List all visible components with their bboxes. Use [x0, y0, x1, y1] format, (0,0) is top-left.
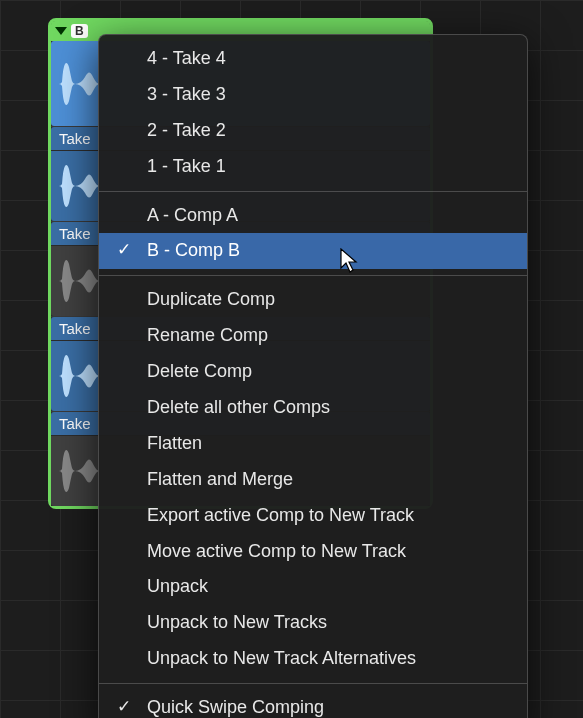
- menu-item-take[interactable]: 1 - Take 1: [99, 149, 527, 185]
- comp-badge: B: [71, 24, 88, 38]
- menu-section-actions: Duplicate CompRename CompDelete CompDele…: [99, 282, 527, 677]
- comp-context-menu: 4 - Take 43 - Take 32 - Take 21 - Take 1…: [98, 34, 528, 718]
- menu-item-toggle[interactable]: Quick Swipe Comping: [99, 690, 527, 718]
- menu-section-takes: 4 - Take 43 - Take 32 - Take 21 - Take 1: [99, 41, 527, 185]
- menu-item-action[interactable]: Move active Comp to New Track: [99, 534, 527, 570]
- menu-separator: [99, 275, 527, 276]
- menu-item-take[interactable]: 4 - Take 4: [99, 41, 527, 77]
- menu-item-take[interactable]: 3 - Take 3: [99, 77, 527, 113]
- menu-section-footer: Quick Swipe Comping: [99, 690, 527, 718]
- disclosure-triangle-icon[interactable]: [55, 27, 67, 35]
- menu-item-comp[interactable]: A - Comp A: [99, 198, 527, 234]
- menu-item-action[interactable]: Delete Comp: [99, 354, 527, 390]
- menu-item-action[interactable]: Export active Comp to New Track: [99, 498, 527, 534]
- menu-separator: [99, 683, 527, 684]
- menu-item-action[interactable]: Unpack to New Track Alternatives: [99, 641, 527, 677]
- menu-item-action[interactable]: Duplicate Comp: [99, 282, 527, 318]
- menu-item-action[interactable]: Unpack: [99, 569, 527, 605]
- menu-item-action[interactable]: Delete all other Comps: [99, 390, 527, 426]
- menu-separator: [99, 191, 527, 192]
- menu-item-comp[interactable]: B - Comp B: [99, 233, 527, 269]
- menu-item-action[interactable]: Flatten: [99, 426, 527, 462]
- menu-section-comps: A - Comp AB - Comp B: [99, 198, 527, 270]
- menu-item-action[interactable]: Flatten and Merge: [99, 462, 527, 498]
- menu-item-action[interactable]: Rename Comp: [99, 318, 527, 354]
- menu-item-action[interactable]: Unpack to New Tracks: [99, 605, 527, 641]
- menu-item-take[interactable]: 2 - Take 2: [99, 113, 527, 149]
